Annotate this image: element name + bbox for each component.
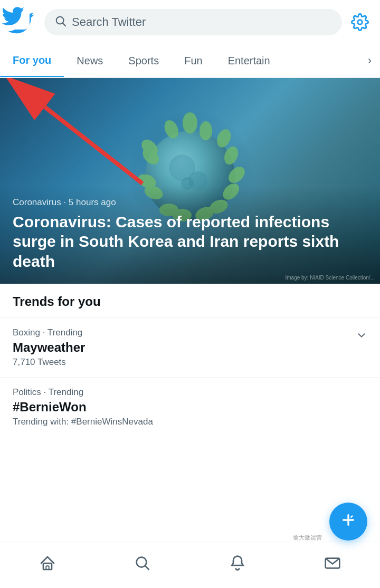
- watermark: 偷大微运营: [293, 534, 322, 542]
- nav-notifications[interactable]: [222, 550, 253, 581]
- header: Search Twitter: [0, 0, 380, 44]
- settings-button[interactable]: [348, 11, 372, 34]
- svg-point-14: [200, 121, 212, 140]
- tab-fun[interactable]: Fun: [172, 45, 215, 76]
- compose-icon: [340, 512, 357, 532]
- trend-count-berniewon: Trending with: #BernieWinsNevada: [13, 417, 367, 427]
- nav-home[interactable]: [32, 550, 63, 581]
- trend-meta-mayweather: Boxing · Trending: [13, 327, 356, 338]
- compose-fab[interactable]: [329, 503, 367, 541]
- nav-messages[interactable]: [317, 550, 348, 581]
- trends-section: Trends for you Boxing · Trending Mayweat…: [0, 284, 380, 437]
- hero-time: 5 hours ago: [69, 197, 116, 207]
- tab-for-you[interactable]: For you: [0, 45, 64, 78]
- hero-title: Coronavirus: Cases of reported infection…: [13, 212, 367, 272]
- mail-icon: [324, 555, 341, 575]
- hero-overlay: Coronavirus · 5 hours ago Coronavirus: C…: [0, 187, 380, 284]
- tab-news[interactable]: News: [64, 45, 116, 76]
- trends-title: Trends for you: [0, 284, 380, 317]
- search-bar[interactable]: Search Twitter: [44, 9, 342, 35]
- bottom-navigation: [0, 542, 380, 588]
- trend-content-berniewon: Politics · Trending #BernieWon Trending …: [13, 387, 367, 427]
- trend-chevron-mayweather[interactable]: [356, 327, 367, 344]
- svg-point-6: [183, 112, 197, 133]
- hero-image-credit: Image by: NIAID Science Collection/...: [285, 275, 375, 281]
- search-icon: [55, 15, 66, 29]
- bell-icon: [229, 555, 246, 575]
- trend-content-mayweather: Boxing · Trending Mayweather 7,710 Tweet…: [13, 327, 356, 368]
- hero-separator: ·: [63, 197, 68, 207]
- svg-rect-29: [46, 566, 49, 570]
- twitter-logo[interactable]: [8, 7, 38, 37]
- tab-entertain[interactable]: Entertain: [215, 45, 283, 76]
- nav-search[interactable]: [127, 550, 158, 581]
- search-placeholder: Search Twitter: [72, 15, 146, 29]
- hero-meta: Coronavirus · 5 hours ago: [13, 197, 367, 208]
- search-nav-icon: [134, 555, 151, 575]
- svg-line-3: [63, 23, 66, 26]
- tabs-bar: For you News Sports Fun Entertain ›: [0, 44, 380, 78]
- hero-banner[interactable]: Coronavirus · 5 hours ago Coronavirus: C…: [0, 78, 380, 284]
- trend-count-mayweather: 7,710 Tweets: [13, 357, 356, 368]
- tabs-more-chevron[interactable]: ›: [359, 44, 380, 77]
- svg-line-31: [145, 566, 149, 570]
- trend-name-berniewon: #BernieWon: [13, 400, 367, 415]
- tab-sports[interactable]: Sports: [116, 45, 172, 76]
- trend-meta-berniewon: Politics · Trending: [13, 387, 367, 398]
- trend-item-berniewon[interactable]: Politics · Trending #BernieWon Trending …: [0, 377, 380, 437]
- hero-category: Coronavirus: [13, 197, 61, 207]
- home-icon: [39, 555, 56, 575]
- trend-name-mayweather: Mayweather: [13, 340, 356, 355]
- trend-item-mayweather[interactable]: Boxing · Trending Mayweather 7,710 Tweet…: [0, 317, 380, 377]
